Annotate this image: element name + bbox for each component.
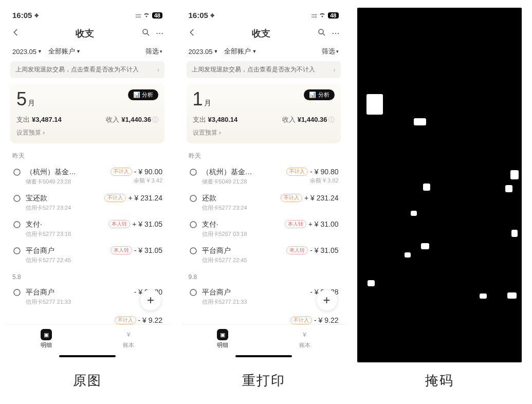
notice-text: 上周发现退款交易，点击查看是否改为不计入 <box>192 65 315 74</box>
mask-blob <box>505 185 512 192</box>
mask-blob <box>507 292 517 299</box>
transaction-title: 平台商户 <box>202 288 247 297</box>
month-dropdown[interactable]: 2023.05▼ <box>189 48 218 56</box>
transaction-sub: 信用卡5277 22:45 <box>202 256 247 264</box>
month-suffix: 月 <box>28 99 35 108</box>
status-time: 16:05 ⌖ <box>189 11 215 20</box>
transaction-sub: 信用卡5277 21:33 <box>26 298 71 306</box>
analysis-pill[interactable]: 📊 分析 <box>304 89 334 100</box>
transaction-amount: - ¥ 31.05 <box>134 246 162 254</box>
filter-button[interactable]: 筛选▾ <box>322 47 339 56</box>
svg-point-3 <box>14 222 20 228</box>
month-dropdown[interactable]: 2023.05▼ <box>12 48 42 56</box>
day-header: 昨天 <box>189 152 339 160</box>
svg-point-9 <box>190 222 196 228</box>
transaction-amount: + ¥ 31.05 <box>132 220 162 228</box>
header: 收支 ··· <box>5 23 170 44</box>
transaction-title: 宝还款 <box>26 194 71 203</box>
transaction-amount: + ¥ 231.24 <box>128 194 162 202</box>
svg-point-1 <box>14 169 20 175</box>
summary-card: 5 月 📊 分析 支出¥3,487.14 收入¥1,440.36ⓘ 设置预算 › <box>10 83 164 143</box>
transaction-row[interactable]: 平台商户信用卡5277 22:45本人转- ¥ 31.05 <box>12 242 162 268</box>
tag-badge: 不计入 <box>104 194 126 202</box>
day-header: 5.8 <box>12 273 162 281</box>
page-title: 收支 <box>76 27 94 40</box>
svg-point-7 <box>190 169 196 175</box>
search-icon[interactable] <box>141 28 151 40</box>
budget-link[interactable]: 设置预算 › <box>16 128 158 137</box>
transaction-title: （杭州）基金… <box>26 168 76 177</box>
nav-ledger[interactable]: ¥ 账本 <box>264 325 346 353</box>
filter-row: 2023.05▼ 全部账户▼ 筛选▾ <box>5 44 170 59</box>
transaction-list[interactable]: 昨天（杭州）基金…储蓄卡5049 23:28不计入- ¥ 90.00余额 ¥ 3… <box>5 146 170 314</box>
income-value: ¥1,440.36 <box>298 116 327 123</box>
merchant-icon <box>12 246 22 255</box>
month-suffix: 月 <box>204 99 211 108</box>
more-icon[interactable]: ··· <box>332 28 339 40</box>
battery-badge: 48 <box>152 12 162 19</box>
expense-value: ¥3,487.14 <box>32 116 62 123</box>
back-button[interactable] <box>11 28 37 40</box>
transaction-row[interactable]: 还款信用卡5277 23:24不计入+ ¥ 231.24 <box>189 190 339 216</box>
add-button[interactable]: + <box>316 289 338 311</box>
transaction-amount: + ¥ 231.24 <box>304 194 339 202</box>
filter-button[interactable]: 筛选▾ <box>145 47 162 56</box>
search-icon[interactable] <box>317 28 326 40</box>
transaction-amount: - ¥ 9.22 <box>314 316 338 324</box>
mask-blob <box>423 183 430 191</box>
transaction-amount: - ¥ 90.00 <box>134 168 162 176</box>
transaction-sub: 储蓄卡5049 21:28 <box>202 178 252 186</box>
mask-blob <box>411 211 417 216</box>
account-dropdown[interactable]: 全部账户▼ <box>48 47 81 56</box>
income-label: 收入 <box>282 116 296 123</box>
ledger-icon: ¥ <box>299 329 310 340</box>
tag-badge: 本人转 <box>108 220 130 228</box>
add-button[interactable]: + <box>140 289 161 311</box>
merchant-icon <box>12 168 22 177</box>
transaction-row[interactable]: 支付·信用卡5277 23:18本人转+ ¥ 31.05 <box>12 216 162 242</box>
refund-notice[interactable]: 上周发现退款交易，点击查看是否改为不计入 › <box>187 61 341 78</box>
mask-blob <box>421 243 429 249</box>
transaction-balance: 余额 ¥ 3.42 <box>134 177 162 185</box>
mask-blob <box>405 252 411 258</box>
transaction-row[interactable]: 宝还款信用卡5277 23:24不计入+ ¥ 231.24 <box>12 190 162 216</box>
transaction-row[interactable]: 平台商户信用卡5277 22:45本人转- ¥ 31.05 <box>189 242 339 268</box>
more-icon[interactable]: ··· <box>156 28 163 40</box>
transaction-title: 平台商户 <box>202 246 247 255</box>
transaction-title: （杭州）基金… <box>202 168 252 177</box>
transaction-sub: 信用卡5267 03:18 <box>202 230 247 238</box>
info-icon[interactable]: ⓘ <box>152 116 158 123</box>
mask-blob <box>366 94 383 115</box>
transaction-row[interactable]: 平台商户信用卡5277 21:33- ¥ 90.28 <box>189 284 339 310</box>
transaction-row[interactable]: 支付·信用卡5267 03:18本人转+ ¥ 31.00 <box>189 216 339 242</box>
summary-card: 1 月 📊 分析 支出¥3,480.14 收入¥1,440.36ⓘ 设置预算 › <box>187 83 341 143</box>
transaction-row[interactable]: （杭州）基金…储蓄卡5049 21:28不计入- ¥ 90.80余额 ¥ 3.8… <box>189 163 339 190</box>
nav-detail[interactable]: ▣ 明细 <box>5 325 87 353</box>
transaction-title: 支付· <box>26 220 71 229</box>
caption-reprint: 重打印 <box>242 372 285 390</box>
transaction-sub: 信用卡5277 23:24 <box>202 204 247 212</box>
info-icon[interactable]: ⓘ <box>328 116 335 123</box>
budget-link[interactable]: 设置预算 › <box>193 128 335 137</box>
transaction-sub: 信用卡5277 22:45 <box>26 256 71 264</box>
transaction-list[interactable]: 昨天（杭州）基金…储蓄卡5049 21:28不计入- ¥ 90.80余额 ¥ 3… <box>181 146 346 314</box>
detail-icon: ▣ <box>217 329 228 340</box>
expense-label: 支出 <box>193 116 206 123</box>
nav-ledger[interactable]: ¥ 账本 <box>87 325 170 353</box>
merchant-icon <box>189 168 198 177</box>
account-dropdown[interactable]: 全部账户▼ <box>224 47 256 56</box>
transaction-sub: 信用卡5277 21:33 <box>202 298 247 306</box>
phone-original: 16:05 ⌖ :::: 48 收支 ··· 2023.05▼ 全部账户▼ 筛选… <box>5 8 170 362</box>
transaction-row[interactable]: （杭州）基金…储蓄卡5049 23:28不计入- ¥ 90.00余额 ¥ 3.4… <box>12 163 162 190</box>
mask-blob <box>510 170 519 179</box>
status-bar: 16:05 ⌖ :::: 48 <box>181 8 346 23</box>
nav-detail[interactable]: ▣ 明细 <box>181 325 264 353</box>
transaction-amount: - ¥ 31.05 <box>310 246 338 254</box>
tag-badge: 不计入 <box>286 168 308 176</box>
battery-badge: 48 <box>328 12 338 19</box>
page-title: 收支 <box>252 27 270 40</box>
merchant-icon <box>189 246 198 255</box>
refund-notice[interactable]: 上周发现退款交易，点击查看是否改为不计入 › <box>10 61 164 78</box>
analysis-pill[interactable]: 📊 分析 <box>128 89 158 100</box>
back-button[interactable] <box>188 28 213 40</box>
